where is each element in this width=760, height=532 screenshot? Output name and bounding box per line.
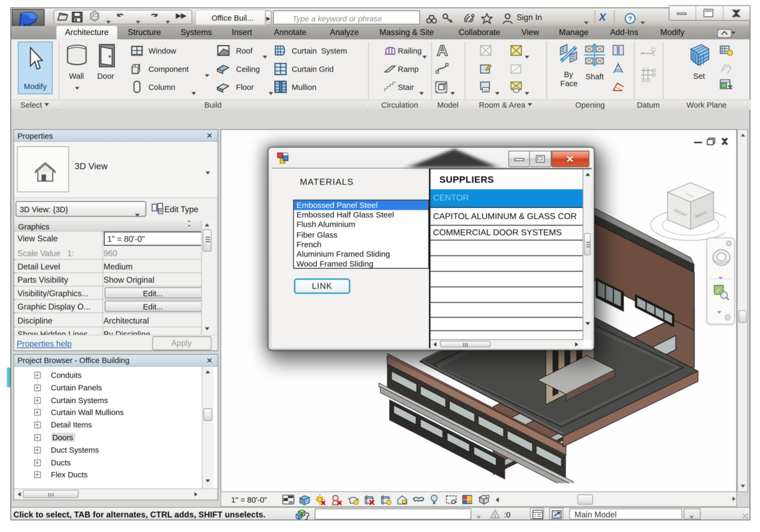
svg-text:?: ? — [628, 15, 632, 23]
